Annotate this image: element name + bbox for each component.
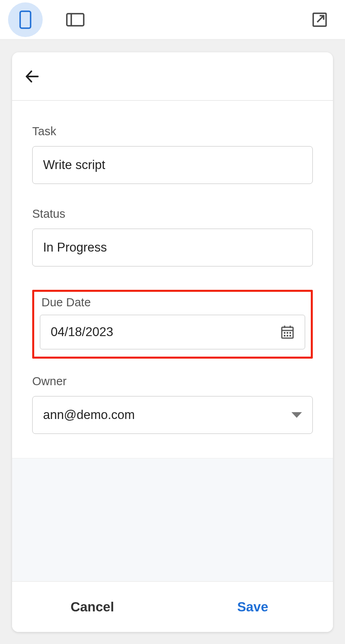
save-button[interactable]: Save	[173, 582, 333, 632]
device-preview-frame: Task Status In Progress Due Date 04/18/2…	[0, 40, 345, 644]
arrow-left-icon	[24, 69, 39, 84]
back-button[interactable]	[24, 69, 39, 84]
svg-rect-10	[284, 332, 285, 334]
due-date-highlight: Due Date 04/18/2023	[32, 290, 313, 359]
owner-field-group: Owner ann@demo.com	[32, 375, 313, 434]
owner-select[interactable]: ann@demo.com	[32, 396, 313, 434]
svg-rect-15	[289, 335, 291, 336]
toolbar-left	[8, 2, 93, 37]
status-field-group: Status In Progress	[32, 207, 313, 266]
tablet-view-button[interactable]	[58, 2, 93, 37]
spacer	[12, 458, 333, 581]
chevron-down-icon	[291, 412, 302, 418]
svg-rect-0	[20, 11, 31, 28]
svg-line-4	[317, 16, 324, 22]
card-header	[12, 52, 333, 101]
form-body: Task Status In Progress Due Date 04/18/2…	[12, 101, 333, 458]
status-label: Status	[32, 207, 313, 221]
task-field-group: Task	[32, 125, 313, 184]
owner-label: Owner	[32, 375, 313, 388]
svg-rect-14	[287, 335, 288, 336]
external-link-icon	[312, 12, 328, 28]
calendar-icon[interactable]	[281, 325, 294, 339]
mobile-icon	[19, 10, 31, 29]
cancel-button[interactable]: Cancel	[12, 582, 173, 632]
status-value: In Progress	[43, 240, 107, 255]
due-date-label: Due Date	[40, 296, 305, 309]
svg-rect-13	[284, 335, 285, 336]
top-toolbar	[0, 0, 345, 40]
task-card: Task Status In Progress Due Date 04/18/2…	[12, 52, 333, 632]
task-label: Task	[32, 125, 313, 138]
due-date-input[interactable]: 04/18/2023	[40, 315, 305, 349]
open-external-button[interactable]	[302, 2, 337, 37]
svg-rect-12	[289, 332, 291, 334]
svg-rect-11	[287, 332, 288, 334]
actions-bar: Cancel Save	[12, 581, 333, 632]
svg-rect-1	[67, 14, 84, 26]
mobile-view-button[interactable]	[8, 2, 43, 37]
owner-value: ann@demo.com	[43, 408, 135, 422]
task-input-text[interactable]	[43, 158, 302, 172]
status-input[interactable]: In Progress	[32, 229, 313, 266]
due-date-value: 04/18/2023	[51, 325, 113, 339]
toolbar-right	[302, 2, 337, 37]
tablet-icon	[66, 13, 85, 27]
task-input[interactable]	[32, 146, 313, 184]
